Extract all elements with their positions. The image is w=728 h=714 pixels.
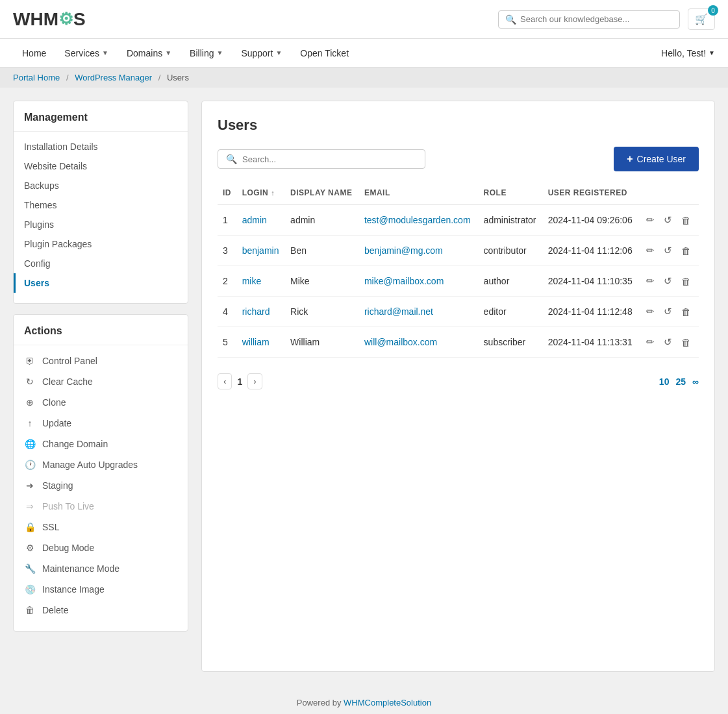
cell-actions: ✏ ↺ 🗑: [640, 327, 699, 358]
sidebar-item-config[interactable]: Config: [14, 254, 188, 273]
cart-button[interactable]: 🛒 0: [688, 8, 715, 30]
top-header: WHM⚙S 🔍 🛒 0: [0, 0, 728, 39]
action-debug-mode[interactable]: ⚙ Debug Mode: [14, 537, 188, 558]
login-link[interactable]: richard: [242, 306, 270, 317]
breadcrumb-portal-home[interactable]: Portal Home: [13, 73, 60, 82]
reset-user-button[interactable]: ↺: [662, 243, 673, 258]
cell-email: will@mailbox.com: [359, 327, 479, 358]
sidebar: Management Installation Details Website …: [13, 101, 188, 672]
action-ssl[interactable]: 🔒 SSL: [14, 517, 188, 537]
delete-user-button[interactable]: 🗑: [680, 214, 692, 227]
action-update[interactable]: ↑ Update: [14, 413, 188, 434]
login-link[interactable]: william: [242, 337, 270, 347]
page-size-options: 10 25 ∞: [659, 376, 699, 387]
chevron-down-icon: ▼: [709, 49, 715, 56]
nav-item-support[interactable]: Support ▼: [232, 40, 291, 66]
disk-icon: 💿: [24, 584, 36, 595]
page-nav: ‹ 1 ›: [218, 373, 262, 389]
knowledgebase-search-box[interactable]: 🔍: [498, 10, 680, 29]
page-size-10[interactable]: 10: [659, 376, 670, 387]
plus-icon: +: [627, 153, 633, 165]
cell-id: 4: [218, 297, 237, 327]
logo: WHM⚙S: [13, 9, 86, 30]
action-maintenance-mode[interactable]: 🔧 Maintenance Mode: [14, 558, 188, 579]
reset-user-button[interactable]: ↺: [662, 335, 673, 349]
cell-email: richard@mail.net: [359, 297, 479, 327]
login-link[interactable]: benjamin: [242, 245, 279, 256]
reset-user-button[interactable]: ↺: [662, 274, 673, 288]
edit-user-button[interactable]: ✏: [645, 243, 656, 258]
create-user-button[interactable]: + Create User: [614, 147, 699, 171]
lock-icon: 🔒: [24, 521, 36, 533]
sidebar-item-website-details[interactable]: Website Details: [14, 156, 188, 176]
edit-user-button[interactable]: ✏: [645, 274, 656, 288]
delete-user-button[interactable]: 🗑: [680, 244, 692, 258]
arrow-up-icon: ↑: [24, 417, 36, 429]
users-search-input[interactable]: [242, 154, 417, 164]
sidebar-item-backups[interactable]: Backups: [14, 176, 188, 195]
next-page-button[interactable]: ›: [247, 373, 262, 389]
breadcrumb-sep: /: [158, 73, 161, 82]
action-change-domain[interactable]: 🌐 Change Domain: [14, 434, 188, 454]
sidebar-item-themes[interactable]: Themes: [14, 195, 188, 215]
cell-display-name: Rick: [285, 297, 359, 327]
action-push-to-live: ⇒ Push To Live: [14, 496, 188, 517]
nav-item-billing[interactable]: Billing ▼: [181, 40, 232, 66]
nav-item-domains[interactable]: Domains ▼: [118, 40, 181, 66]
sidebar-item-installation-details[interactable]: Installation Details: [14, 137, 188, 156]
email-link[interactable]: mike@mailbox.com: [364, 276, 444, 286]
delete-user-button[interactable]: 🗑: [680, 305, 692, 319]
reset-user-button[interactable]: ↺: [662, 304, 673, 319]
sidebar-item-plugin-packages[interactable]: Plugin Packages: [14, 234, 188, 254]
page-size-25[interactable]: 25: [675, 376, 686, 387]
nav-item-home[interactable]: Home: [13, 40, 55, 66]
login-link[interactable]: mike: [242, 276, 262, 286]
edit-user-button[interactable]: ✏: [645, 304, 656, 319]
nav-item-services[interactable]: Services ▼: [55, 40, 118, 66]
breadcrumb-wordpress-manager[interactable]: WordPress Manager: [75, 73, 152, 82]
col-login[interactable]: LOGIN ↑: [237, 182, 285, 204]
cell-email: mike@mailbox.com: [359, 266, 479, 297]
prev-page-button[interactable]: ‹: [218, 373, 232, 389]
chevron-down-icon: ▼: [216, 49, 223, 56]
nav-user-greeting[interactable]: Hello, Test! ▼: [661, 48, 715, 58]
delete-user-button[interactable]: 🗑: [680, 336, 692, 349]
cell-id: 1: [218, 204, 237, 236]
email-link[interactable]: will@mailbox.com: [364, 337, 437, 347]
search-icon: 🔍: [505, 14, 516, 25]
footer-link[interactable]: WHMCompleteSolution: [344, 698, 431, 708]
edit-user-button[interactable]: ✏: [645, 213, 656, 227]
action-manage-auto-upgrades[interactable]: 🕐 Manage Auto Upgrades: [14, 454, 188, 475]
action-delete[interactable]: 🗑 Delete: [14, 600, 188, 621]
col-registered: USER REGISTERED: [543, 182, 640, 204]
login-link[interactable]: admin: [242, 215, 267, 225]
sidebar-item-plugins[interactable]: Plugins: [14, 215, 188, 234]
action-instance-image[interactable]: 💿 Instance Image: [14, 579, 188, 600]
action-clone[interactable]: ⊕ Clone: [14, 392, 188, 413]
globe-icon: 🌐: [24, 438, 36, 450]
cell-login: benjamin: [237, 236, 285, 266]
email-link[interactable]: benjamin@mg.com: [364, 245, 443, 256]
cell-role: contributor: [479, 236, 543, 266]
email-link[interactable]: test@modulesgarden.com: [364, 215, 471, 225]
action-clear-cache[interactable]: ↻ Clear Cache: [14, 371, 188, 392]
logo-wh: WHM: [13, 9, 58, 30]
knowledgebase-search-input[interactable]: [520, 14, 673, 24]
push-icon: ⇒: [24, 500, 36, 512]
breadcrumb: Portal Home / WordPress Manager / Users: [0, 68, 728, 88]
table-row: 2 mike Mike mike@mailbox.com author 2024…: [218, 266, 699, 297]
shield-icon: ⛨: [24, 355, 36, 367]
chevron-down-icon: ▼: [165, 49, 171, 56]
action-control-panel[interactable]: ⛨ Control Panel: [14, 351, 188, 371]
nav-item-open-ticket[interactable]: Open Ticket: [291, 40, 358, 66]
users-search-box[interactable]: 🔍: [218, 149, 425, 169]
page-size-all[interactable]: ∞: [692, 376, 699, 387]
delete-user-button[interactable]: 🗑: [680, 275, 692, 288]
edit-user-button[interactable]: ✏: [645, 335, 656, 349]
email-link[interactable]: richard@mail.net: [364, 306, 433, 317]
clock-icon: 🕐: [24, 459, 36, 471]
reset-user-button[interactable]: ↺: [662, 213, 673, 227]
action-staging[interactable]: ➜ Staging: [14, 475, 188, 496]
sidebar-item-users[interactable]: Users: [14, 273, 188, 293]
cell-registered: 2024-11-04 11:12:48: [543, 297, 640, 327]
